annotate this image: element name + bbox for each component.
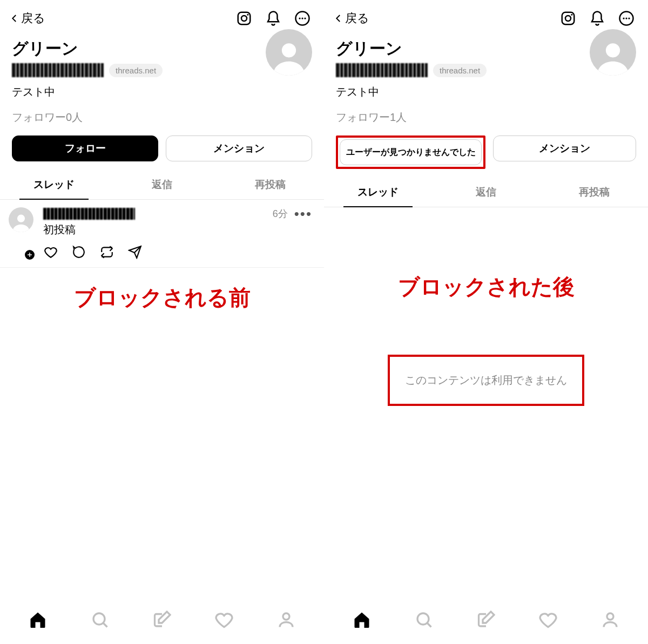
svg-point-6 bbox=[304, 17, 306, 19]
profile-tabs: スレッド 返信 再投稿 bbox=[324, 178, 648, 207]
repost-icon[interactable] bbox=[99, 245, 114, 260]
svg-point-2 bbox=[247, 14, 248, 16]
profile-tabs: スレッド 返信 再投稿 bbox=[0, 170, 324, 200]
svg-line-23 bbox=[427, 623, 431, 627]
instagram-icon[interactable] bbox=[559, 10, 577, 27]
screenshot-after-block: 戻る グリーン threads.net テスト中 フォロワー1人 ユーザーが見 bbox=[324, 0, 648, 644]
annotation-after: ブロックされた後 bbox=[324, 207, 648, 317]
instagram-icon[interactable] bbox=[235, 10, 253, 27]
profile-section: グリーン threads.net テスト中 フォロワー1人 bbox=[324, 32, 648, 135]
threads-badge: threads.net bbox=[109, 64, 163, 77]
followers-count[interactable]: フォロワー1人 bbox=[336, 110, 636, 125]
share-icon[interactable] bbox=[127, 245, 143, 260]
bio-text: テスト中 bbox=[336, 85, 636, 99]
nav-search-icon[interactable] bbox=[89, 608, 111, 631]
header-bar: 戻る bbox=[0, 4, 324, 32]
post-header: 6分 ••• bbox=[43, 207, 312, 220]
username-obscured bbox=[336, 63, 428, 77]
svg-point-22 bbox=[417, 613, 429, 625]
svg-point-21 bbox=[606, 43, 620, 57]
user-not-found-button[interactable]: ユーザーが見つかりませんでした bbox=[340, 139, 482, 165]
nav-home-icon[interactable] bbox=[26, 608, 49, 631]
back-label: 戻る bbox=[21, 10, 45, 26]
notifications-icon[interactable] bbox=[589, 10, 606, 27]
nav-activity-icon[interactable] bbox=[537, 608, 559, 631]
content-unavailable-message: このコンテンツは利用できません bbox=[388, 355, 584, 406]
tab-threads[interactable]: スレッド bbox=[324, 178, 432, 207]
bottom-nav bbox=[324, 595, 648, 644]
svg-point-8 bbox=[17, 215, 25, 222]
username-row: threads.net bbox=[12, 63, 312, 77]
svg-point-13 bbox=[283, 613, 289, 620]
profile-actions: フォロー メンション bbox=[0, 135, 324, 170]
avatar[interactable] bbox=[266, 29, 312, 76]
avatar-placeholder-icon bbox=[11, 212, 31, 232]
svg-point-11 bbox=[93, 613, 105, 625]
avatar-placeholder-icon bbox=[270, 38, 308, 76]
tab-reposts[interactable]: 再投稿 bbox=[216, 170, 324, 199]
followers-count[interactable]: フォロワー0人 bbox=[12, 110, 312, 125]
nav-profile-icon[interactable] bbox=[275, 608, 298, 631]
svg-point-4 bbox=[299, 17, 300, 19]
notifications-icon[interactable] bbox=[265, 10, 282, 27]
svg-point-5 bbox=[301, 17, 303, 19]
chevron-left-icon bbox=[334, 13, 343, 23]
post-body: 6分 ••• 初投稿 bbox=[43, 207, 312, 260]
post-item[interactable]: 6分 ••• 初投稿 bbox=[0, 200, 324, 268]
avatar-placeholder-icon bbox=[594, 38, 632, 76]
nav-home-icon[interactable] bbox=[350, 608, 373, 631]
bio-text: テスト中 bbox=[12, 85, 312, 99]
follow-plus-icon[interactable] bbox=[24, 249, 36, 261]
unavailable-region: このコンテンツは利用できません bbox=[324, 355, 648, 406]
threads-badge: threads.net bbox=[433, 64, 487, 77]
svg-line-12 bbox=[103, 623, 107, 627]
post-actions bbox=[43, 245, 312, 260]
svg-point-1 bbox=[241, 16, 247, 21]
header-icons bbox=[559, 10, 635, 27]
annotation-before: ブロックされる前 bbox=[0, 268, 324, 328]
avatar[interactable] bbox=[590, 29, 636, 76]
svg-point-20 bbox=[628, 17, 630, 19]
mention-button[interactable]: メンション bbox=[493, 135, 636, 161]
like-icon[interactable] bbox=[43, 245, 58, 260]
follow-button[interactable]: フォロー bbox=[12, 135, 158, 161]
more-menu-icon[interactable] bbox=[618, 10, 635, 27]
bottom-nav bbox=[0, 595, 324, 644]
back-button[interactable]: 戻る bbox=[334, 10, 369, 26]
post-text: 初投稿 bbox=[43, 222, 312, 237]
svg-point-19 bbox=[625, 17, 627, 19]
back-label: 戻る bbox=[345, 10, 369, 26]
username-row: threads.net bbox=[336, 63, 636, 77]
post-meta: 6分 ••• bbox=[273, 207, 312, 220]
nav-compose-icon[interactable] bbox=[151, 608, 173, 631]
highlight-not-found: ユーザーが見つかりませんでした bbox=[336, 135, 485, 169]
svg-point-15 bbox=[565, 16, 571, 21]
header-bar: 戻る bbox=[324, 4, 648, 32]
profile-section: グリーン threads.net テスト中 フォロワー0人 bbox=[0, 32, 324, 135]
svg-point-18 bbox=[623, 17, 624, 19]
comment-icon[interactable] bbox=[71, 245, 86, 260]
tab-reposts[interactable]: 再投稿 bbox=[540, 178, 648, 207]
post-more-icon[interactable]: ••• bbox=[294, 211, 312, 216]
nav-profile-icon[interactable] bbox=[599, 608, 622, 631]
header-icons bbox=[235, 10, 311, 27]
svg-point-16 bbox=[571, 14, 572, 16]
nav-search-icon[interactable] bbox=[413, 608, 435, 631]
svg-point-24 bbox=[607, 613, 613, 620]
more-menu-icon[interactable] bbox=[294, 10, 311, 27]
post-timestamp: 6分 bbox=[273, 207, 288, 220]
tab-threads[interactable]: スレッド bbox=[0, 170, 108, 199]
username-obscured bbox=[12, 63, 104, 77]
tab-replies[interactable]: 返信 bbox=[108, 170, 216, 199]
svg-point-7 bbox=[282, 43, 296, 57]
post-avatar[interactable] bbox=[9, 207, 37, 260]
post-username-obscured bbox=[43, 208, 135, 220]
nav-activity-icon[interactable] bbox=[213, 608, 235, 631]
back-button[interactable]: 戻る bbox=[10, 10, 45, 26]
screenshot-before-block: 戻る グリーン threads.net テスト中 フォロワー0人 フォロー メン… bbox=[0, 0, 324, 644]
chevron-left-icon bbox=[10, 13, 19, 23]
tab-replies[interactable]: 返信 bbox=[432, 178, 540, 207]
nav-compose-icon[interactable] bbox=[475, 608, 497, 631]
mention-button[interactable]: メンション bbox=[166, 135, 312, 161]
profile-actions: ユーザーが見つかりませんでした メンション bbox=[324, 135, 648, 178]
